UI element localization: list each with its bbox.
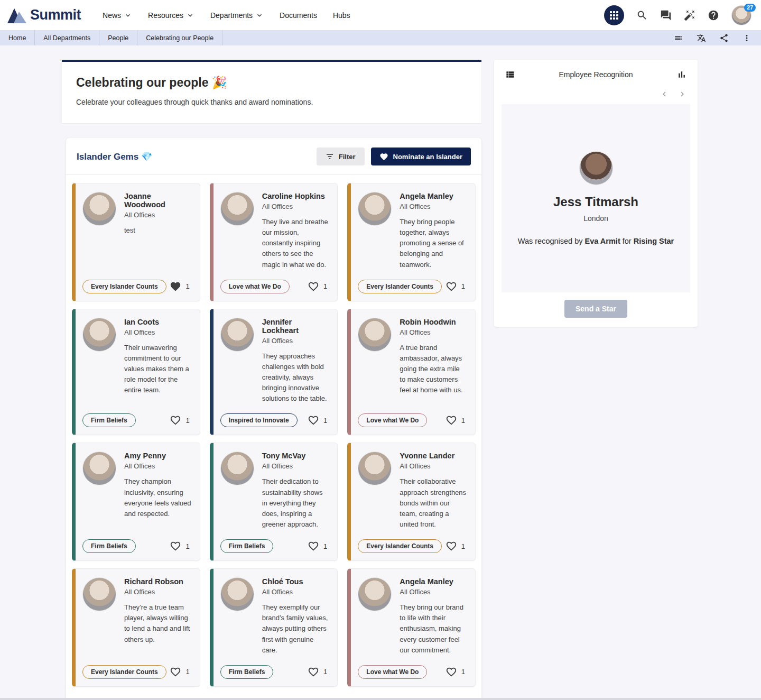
- recognition-prefix: Was recognised by: [518, 237, 583, 245]
- person-name: Joanne Woodwood: [124, 192, 192, 209]
- nominate-button[interactable]: Nominate an Islander: [371, 148, 471, 165]
- breadcrumb-item-people[interactable]: People: [99, 30, 137, 45]
- chevron-down-icon: [124, 11, 132, 20]
- recognition-cards-grid: Joanne Woodwood All Offices test Every I…: [66, 174, 481, 691]
- breadcrumb: HomeAll DepartmentsPeopleCelebrating our…: [0, 30, 222, 45]
- nav-item-documents[interactable]: Documents: [272, 7, 325, 24]
- heart-outline-icon[interactable]: [446, 415, 457, 426]
- heart-outline-icon[interactable]: [170, 666, 181, 678]
- person-name: Angela Manley: [400, 577, 467, 586]
- heart-outline-icon[interactable]: [170, 540, 181, 552]
- recognised-person-avatar: [579, 151, 613, 185]
- recognised-person-location: London: [583, 214, 608, 223]
- value-badge: Love what We Do: [358, 665, 427, 679]
- like-count: 1: [461, 542, 465, 550]
- nav-item-resources[interactable]: Resources: [140, 7, 202, 24]
- avatar: [82, 192, 116, 226]
- heart-outline-icon[interactable]: [308, 415, 319, 426]
- like-count: 1: [323, 542, 327, 550]
- heart-outline-icon[interactable]: [308, 666, 319, 678]
- value-badge: Firm Beliefs: [220, 665, 274, 679]
- apps-grid-button[interactable]: [604, 5, 624, 25]
- list-view-toggle-icon[interactable]: [505, 69, 515, 80]
- person-office: All Offices: [262, 337, 330, 345]
- chart-view-toggle-icon[interactable]: [676, 69, 687, 80]
- nav-item-label: News: [103, 11, 121, 20]
- recognition-panel: Jess Titmarsh London Was recognised by E…: [502, 104, 690, 292]
- avatar: [220, 192, 254, 226]
- nav-item-label: Hubs: [333, 11, 350, 20]
- like-count: 1: [185, 668, 189, 676]
- like-count: 1: [323, 417, 327, 425]
- search-icon[interactable]: [636, 10, 648, 21]
- heart-outline-icon[interactable]: [446, 540, 457, 552]
- recognition-card: Joanne Woodwood All Offices test Every I…: [72, 183, 200, 301]
- heart-outline-icon[interactable]: [308, 540, 319, 552]
- filter-button[interactable]: Filter: [317, 148, 365, 165]
- avatar: [220, 577, 254, 611]
- person-name: Yvonne Lander: [400, 452, 467, 460]
- nav-item-hubs[interactable]: Hubs: [325, 7, 358, 24]
- chevron-down-icon: [255, 11, 264, 20]
- avatar: [220, 452, 254, 485]
- heart-icon: [379, 152, 388, 161]
- person-name: Robin Hoodwin: [400, 318, 467, 326]
- value-badge: Every Islander Counts: [82, 665, 166, 679]
- recognition-description: Their collaborative approach strengthens…: [400, 476, 467, 530]
- breadcrumb-item-all-departments[interactable]: All Departments: [35, 30, 99, 45]
- avatar: [358, 318, 392, 352]
- recognition-description: They live and breathe our mission, const…: [262, 217, 330, 270]
- list-view-icon[interactable]: [674, 33, 683, 43]
- heart-outline-icon[interactable]: [308, 281, 319, 292]
- like-count: 1: [323, 668, 327, 676]
- user-avatar[interactable]: 27: [731, 5, 751, 25]
- nav-item-departments[interactable]: Departments: [202, 7, 272, 24]
- share-icon[interactable]: [719, 33, 729, 43]
- value-badge: Inspired to Innovate: [220, 413, 298, 427]
- person-office: All Offices: [124, 211, 192, 219]
- avatar: [358, 452, 392, 485]
- person-office: All Offices: [124, 328, 192, 336]
- recognition-card: Angela Manley All Offices They bring peo…: [347, 183, 476, 301]
- chat-icon[interactable]: [660, 10, 672, 21]
- person-name: Chloé Tous: [262, 577, 330, 586]
- recognition-description: Their dedication to sustainability shows…: [262, 476, 330, 530]
- person-name: Ian Coots: [124, 318, 192, 326]
- breadcrumb-item-home[interactable]: Home: [0, 30, 35, 45]
- avatar: [358, 192, 392, 226]
- magic-wand-icon[interactable]: [684, 10, 695, 21]
- avatar: [358, 577, 392, 611]
- like-count: 1: [461, 668, 465, 676]
- person-office: All Offices: [400, 588, 467, 596]
- main-nav: News Resources Departments Documents Hub…: [95, 7, 358, 24]
- recognition-description: test: [124, 225, 192, 236]
- translate-icon[interactable]: [697, 33, 706, 43]
- recognition-description: They bring people together, always promo…: [400, 217, 467, 270]
- person-name: Angela Manley: [400, 192, 467, 200]
- help-icon[interactable]: [708, 10, 719, 21]
- recognition-description: A true brand ambassador, always going th…: [400, 343, 467, 396]
- send-a-star-button[interactable]: Send a Star: [564, 300, 627, 318]
- more-menu-icon[interactable]: [742, 33, 751, 43]
- breadcrumb-label: People: [108, 34, 128, 42]
- recognition-card: Jennifer Lockheart All Offices They appr…: [210, 309, 338, 436]
- avatar: [82, 318, 116, 352]
- breadcrumb-item-celebrating-our-people[interactable]: Celebrating our People: [137, 30, 222, 45]
- like-count: 1: [323, 282, 327, 290]
- heart-outline-icon[interactable]: [446, 666, 457, 678]
- nav-item-news[interactable]: News: [95, 7, 140, 24]
- recognised-by-name: Eva Armit: [585, 237, 620, 245]
- heart-outline-icon[interactable]: [446, 281, 457, 292]
- summit-logo[interactable]: Summit: [7, 7, 81, 23]
- next-recognition-icon[interactable]: [678, 89, 687, 99]
- value-badge: Love what We Do: [220, 280, 290, 293]
- recognition-description: Their unwavering commitment to our value…: [124, 343, 192, 396]
- recognition-description: They’re a true team player, always willi…: [124, 602, 192, 645]
- recognition-card: Caroline Hopkins All Offices They live a…: [210, 183, 338, 301]
- person-office: All Offices: [400, 202, 467, 210]
- nav-item-label: Departments: [210, 11, 253, 20]
- breadcrumb-bar: HomeAll DepartmentsPeopleCelebrating our…: [0, 30, 761, 45]
- heart-filled-icon[interactable]: [170, 281, 181, 292]
- heart-outline-icon[interactable]: [170, 415, 181, 426]
- previous-recognition-icon[interactable]: [660, 89, 669, 99]
